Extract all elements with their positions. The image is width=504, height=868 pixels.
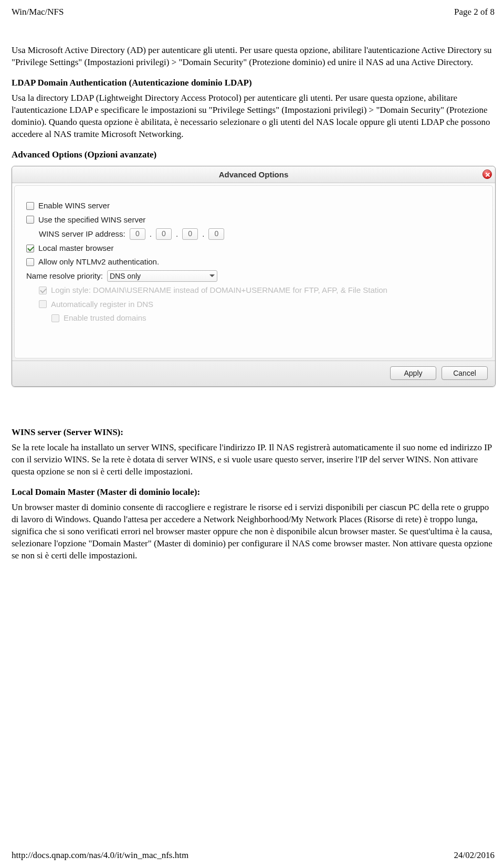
resolve-value: DNS only xyxy=(110,271,141,281)
advanced-heading: Advanced Options (Opzioni avanzate) xyxy=(12,149,495,161)
trusted-domains-checkbox xyxy=(51,314,59,322)
wins-ip-2[interactable]: 0 xyxy=(182,228,198,240)
intro-paragraph: Usa Microsoft Active Directory (AD) per … xyxy=(12,45,495,69)
login-style-label: Login style: DOMAIN\USERNAME instead of … xyxy=(51,285,387,295)
ldap-body: Usa la directory LDAP (Lightweight Direc… xyxy=(12,92,495,141)
auto-dns-checkbox xyxy=(39,300,47,308)
footer-date: 24/02/2016 xyxy=(454,850,495,862)
ldap-title: LDAP Domain Authentication (Autenticazio… xyxy=(12,77,495,89)
cancel-button[interactable]: Cancel xyxy=(442,366,488,380)
enable-wins-label: Enable WINS server xyxy=(38,200,110,211)
auto-dns-label: Automatically register in DNS xyxy=(51,299,153,310)
local-master-label: Local master browser xyxy=(38,243,113,253)
wins-title: WINS server (Server WINS): xyxy=(12,427,495,439)
local-master-checkbox[interactable] xyxy=(26,245,34,252)
resolve-select[interactable]: DNS only xyxy=(107,270,217,282)
header-right: Page 2 of 8 xyxy=(454,6,495,18)
ntlmv2-label: Allow only NTLMv2 authentication. xyxy=(38,257,159,267)
resolve-label: Name resolve priority: xyxy=(26,271,103,281)
login-style-checkbox xyxy=(39,287,47,294)
wins-ip-3[interactable]: 0 xyxy=(208,228,224,240)
use-wins-checkbox[interactable] xyxy=(26,216,34,224)
apply-button[interactable]: Apply xyxy=(390,366,436,380)
ldm-body: Un browser master di dominio consente di… xyxy=(12,502,495,562)
trusted-domains-label: Enable trusted domains xyxy=(64,313,146,323)
ntlmv2-checkbox[interactable] xyxy=(26,258,34,266)
wins-body: Se la rete locale ha installato un serve… xyxy=(12,442,495,478)
dialog-title: Advanced Options xyxy=(219,170,289,179)
wins-ip-1[interactable]: 0 xyxy=(156,228,172,240)
footer-url: http://docs.qnap.com/nas/4.0/it/win_mac_… xyxy=(12,850,188,862)
ldm-title: Local Domain Master (Master di dominio l… xyxy=(12,486,495,499)
advanced-options-dialog: Advanced Options Enable WINS server Use … xyxy=(12,166,496,387)
dialog-titlebar: Advanced Options xyxy=(12,166,495,183)
chevron-down-icon xyxy=(209,273,215,279)
use-wins-label: Use the specified WINS server xyxy=(38,215,145,225)
wins-ip-label: WINS server IP address: xyxy=(39,229,125,239)
enable-wins-checkbox[interactable] xyxy=(26,202,34,210)
close-icon[interactable] xyxy=(482,170,492,179)
header-left: Win/Mac/NFS xyxy=(12,6,64,18)
wins-ip-0[interactable]: 0 xyxy=(130,228,145,240)
